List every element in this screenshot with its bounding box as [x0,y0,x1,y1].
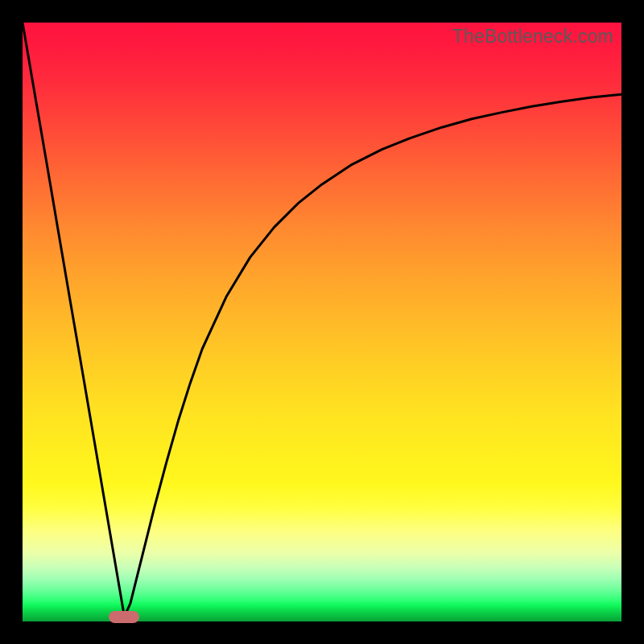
curve-svg [23,23,621,621]
plot-area: TheBottleneck.com [23,23,621,621]
minimum-marker [109,611,139,623]
chart-frame: TheBottleneck.com [0,0,644,644]
bottleneck-curve-path [23,23,621,617]
